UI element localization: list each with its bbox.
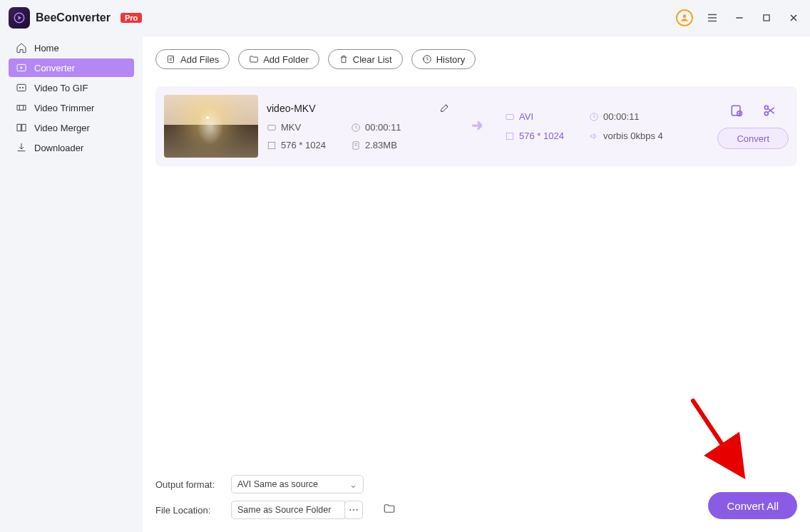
- svg-rect-17: [506, 133, 513, 139]
- add-folder-button[interactable]: Add Folder: [238, 49, 319, 69]
- user-icon[interactable]: [676, 9, 693, 26]
- dest-dimensions[interactable]: 576 * 1024: [505, 131, 573, 141]
- svg-rect-10: [168, 56, 173, 62]
- output-format-label: Output format:: [155, 479, 218, 490]
- svg-rect-9: [22, 124, 26, 131]
- sidebar-item-label: Video Trimmer: [34, 103, 94, 113]
- history-button[interactable]: History: [411, 49, 476, 69]
- svg-rect-13: [268, 142, 275, 148]
- file-name: video-MKV: [267, 103, 315, 114]
- arrow-icon: [469, 116, 488, 137]
- annotation-arrow: [686, 394, 764, 486]
- source-dimensions: 576 * 1024: [267, 140, 335, 150]
- sidebar-item-video-to-gif[interactable]: Video To GIF: [9, 78, 134, 97]
- destination-info: AVI 00:00:11 576 * 1024 vorbis 0kbps 4: [505, 111, 663, 141]
- app-title: BeeConverter: [36, 11, 111, 24]
- source-info: video-MKV MKV 00:00:11 576 * 1024 2.83MB: [267, 102, 452, 150]
- minimize-icon[interactable]: [732, 10, 747, 26]
- dest-audio: vorbis 0kbps 4: [589, 131, 663, 141]
- sidebar-item-label: Video Merger: [34, 123, 90, 133]
- edit-icon[interactable]: [439, 102, 452, 115]
- close-icon[interactable]: [786, 10, 801, 26]
- clear-list-button[interactable]: Clear List: [328, 49, 403, 69]
- conversion-item: video-MKV MKV 00:00:11 576 * 1024 2.83MB: [155, 86, 797, 166]
- video-thumbnail[interactable]: [164, 95, 258, 158]
- add-files-button[interactable]: Add Files: [155, 49, 230, 69]
- convert-all-button[interactable]: Convert All: [708, 492, 797, 519]
- source-size: 2.83MB: [351, 140, 419, 150]
- sidebar-item-label: Downloader: [34, 143, 83, 153]
- output-format-select[interactable]: AVI Same as source ⌄: [231, 475, 364, 493]
- sidebar: Home Converter Video To GIF Video Trimme…: [0, 36, 143, 532]
- convert-button[interactable]: Convert: [717, 128, 789, 149]
- svg-point-20: [765, 106, 769, 109]
- svg-point-6: [22, 87, 23, 88]
- sidebar-item-home[interactable]: Home: [9, 39, 134, 57]
- toolbar: Add Files Add Folder Clear List History: [143, 36, 797, 82]
- pro-badge: Pro: [121, 13, 142, 23]
- svg-point-1: [683, 14, 687, 18]
- more-button[interactable]: ⋯: [344, 501, 363, 519]
- sidebar-item-label: Video To GIF: [34, 83, 88, 93]
- svg-rect-15: [506, 114, 514, 119]
- main-panel: Add Files Add Folder Clear List History …: [143, 36, 810, 532]
- sidebar-item-downloader[interactable]: Downloader: [9, 138, 134, 157]
- dest-format[interactable]: AVI: [505, 111, 573, 122]
- svg-point-5: [19, 87, 20, 88]
- svg-rect-8: [17, 124, 21, 131]
- sidebar-item-label: Converter: [34, 63, 75, 73]
- svg-rect-4: [17, 84, 26, 91]
- open-folder-icon[interactable]: [383, 502, 399, 518]
- svg-point-21: [765, 112, 769, 116]
- sidebar-item-converter[interactable]: Converter: [9, 58, 134, 77]
- file-location-label: File Location:: [155, 505, 218, 516]
- menu-icon[interactable]: [704, 10, 720, 26]
- chevron-down-icon: ⌄: [349, 479, 357, 490]
- source-duration: 00:00:11: [351, 122, 419, 133]
- sidebar-item-video-trimmer[interactable]: Video Trimmer: [9, 98, 134, 117]
- app-logo: [9, 7, 30, 29]
- svg-rect-11: [268, 125, 276, 130]
- titlebar: BeeConverter Pro: [0, 0, 810, 36]
- dest-duration: 00:00:11: [589, 111, 657, 122]
- sidebar-item-video-merger[interactable]: Video Merger: [9, 118, 134, 137]
- source-format: MKV: [267, 122, 335, 133]
- sidebar-item-label: Home: [34, 43, 59, 53]
- maximize-icon[interactable]: [759, 10, 774, 26]
- settings-icon[interactable]: [729, 103, 744, 118]
- svg-rect-2: [764, 15, 769, 21]
- scissors-icon[interactable]: [762, 103, 776, 118]
- svg-rect-7: [17, 106, 26, 111]
- file-location-select[interactable]: Same as Source Folder: [231, 501, 345, 519]
